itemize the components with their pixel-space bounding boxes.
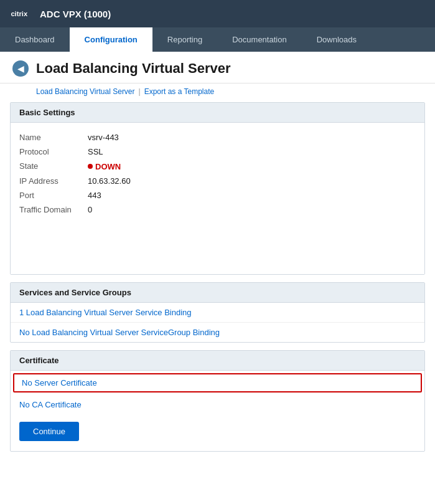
empty-space	[19, 217, 416, 267]
field-ip: IP Address 10.63.32.60	[19, 174, 416, 188]
field-traffic-domain: Traffic Domain 0	[19, 202, 416, 217]
breadcrumb-parent-link[interactable]: Load Balancing Virtual Server	[36, 87, 135, 96]
settings-table: Name vsrv-443 Protocol SSL State DOWN	[19, 130, 416, 217]
page-title: Load Balancing Virtual Server	[36, 60, 231, 77]
citrix-logo-icon: citrix.	[10, 5, 27, 22]
app-title: ADC VPX (1000)	[40, 9, 111, 19]
back-icon: ◀	[17, 64, 24, 74]
field-protocol: Protocol SSL	[19, 145, 416, 159]
field-protocol-value: SSL	[88, 145, 416, 159]
field-port: Port 443	[19, 188, 416, 202]
field-protocol-label: Protocol	[19, 145, 88, 159]
status-dot-icon	[88, 164, 93, 169]
tab-dashboard[interactable]: Dashboard	[0, 27, 70, 52]
field-state: State DOWN	[19, 159, 416, 174]
status-down-text: DOWN	[95, 162, 121, 171]
basic-settings-section: Basic Settings Name vsrv-443 Protocol SS…	[10, 102, 425, 275]
field-traffic-domain-value: 0	[88, 202, 416, 217]
field-port-value: 443	[88, 188, 416, 202]
export-template-link[interactable]: Export as a Template	[144, 87, 215, 96]
svg-text:citrix.: citrix.	[11, 10, 27, 17]
tab-downloads[interactable]: Downloads	[302, 27, 372, 52]
breadcrumb: Load Balancing Virtual Server | Export a…	[0, 83, 435, 102]
certificate-section: Certificate No Server Certificate No CA …	[10, 350, 425, 452]
tab-reporting[interactable]: Reporting	[152, 27, 217, 52]
field-name: Name vsrv-443	[19, 130, 416, 145]
field-ip-value: 10.63.32.60	[88, 174, 416, 188]
certificate-header: Certificate	[11, 351, 424, 371]
ca-certificate-item[interactable]: No CA Certificate	[11, 395, 424, 414]
service-binding-link[interactable]: 1 Load Balancing Virtual Server Service …	[11, 303, 424, 323]
field-traffic-domain-label: Traffic Domain	[19, 202, 88, 217]
back-button[interactable]: ◀	[12, 60, 29, 77]
field-port-label: Port	[19, 188, 88, 202]
basic-settings-header: Basic Settings	[11, 103, 424, 123]
field-ip-label: IP Address	[19, 174, 88, 188]
nav-tabs: Dashboard Configuration Reporting Docume…	[0, 27, 435, 52]
servicegroup-binding-link[interactable]: No Load Balancing Virtual Server Service…	[11, 323, 424, 342]
field-state-value: DOWN	[88, 159, 416, 174]
server-certificate-text: No Server Certificate	[22, 378, 97, 388]
field-name-label: Name	[19, 130, 88, 145]
services-body: 1 Load Balancing Virtual Server Service …	[11, 303, 424, 342]
services-section: Services and Service Groups 1 Load Balan…	[10, 282, 425, 343]
page-header: ◀ Load Balancing Virtual Server	[0, 52, 435, 83]
header-bar: citrix. ADC VPX (1000)	[0, 0, 435, 27]
header-logo: citrix.	[10, 5, 27, 22]
ca-certificate-text: No CA Certificate	[19, 400, 82, 409]
server-certificate-item[interactable]: No Server Certificate	[13, 373, 422, 392]
services-header: Services and Service Groups	[11, 283, 424, 303]
status-down-indicator: DOWN	[88, 162, 121, 171]
breadcrumb-separator: |	[139, 87, 141, 96]
certificate-body: No Server Certificate No CA Certificate	[11, 373, 424, 414]
field-state-label: State	[19, 159, 88, 174]
tab-configuration[interactable]: Configuration	[70, 27, 152, 52]
field-name-value: vsrv-443	[88, 130, 416, 145]
tab-documentation[interactable]: Documentation	[217, 27, 301, 52]
page-content: ◀ Load Balancing Virtual Server Load Bal…	[0, 52, 435, 452]
basic-settings-body: Name vsrv-443 Protocol SSL State DOWN	[11, 123, 424, 274]
continue-button[interactable]: Continue	[19, 422, 79, 441]
